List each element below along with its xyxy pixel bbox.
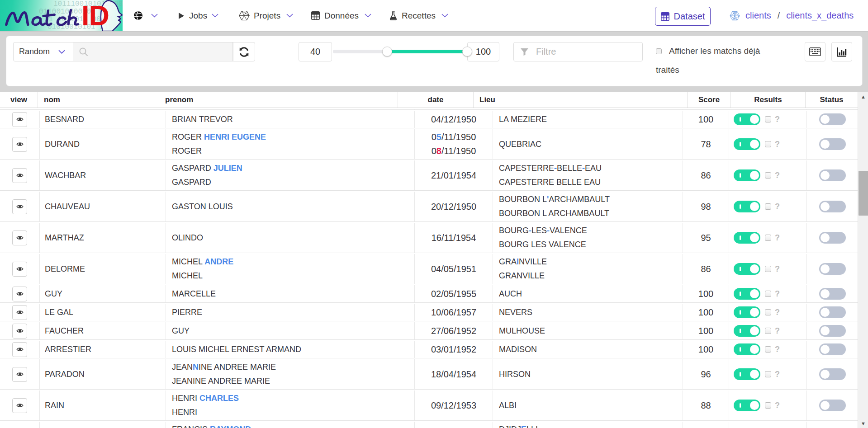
svg-text:ID: ID [81, 0, 109, 31]
